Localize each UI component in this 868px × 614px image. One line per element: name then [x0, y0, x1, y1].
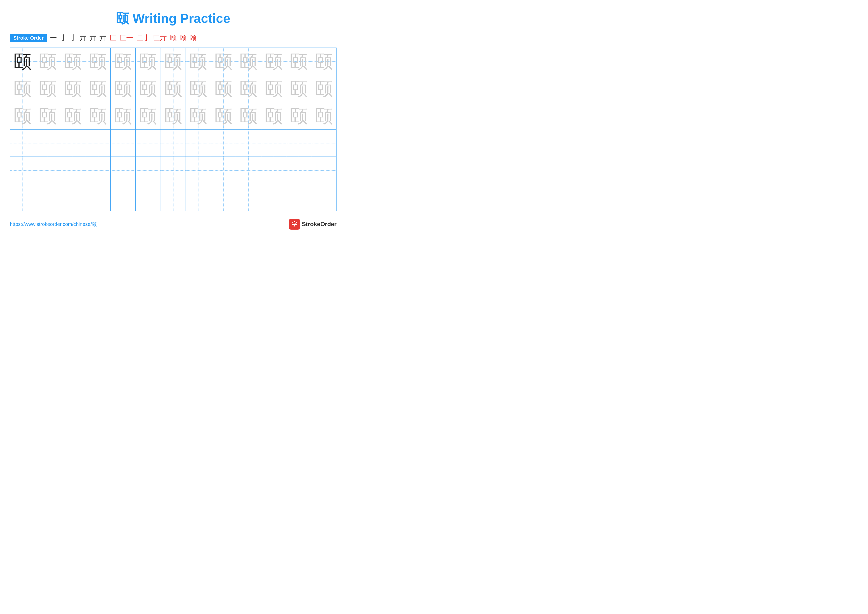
stroke-step-8: 匚一 — [119, 33, 133, 43]
grid-cell: 颐 — [161, 75, 186, 102]
footer-url[interactable]: https://www.strokeorder.com/chinese/颐 — [10, 221, 97, 228]
stroke-step-11: 颐 — [170, 33, 177, 43]
grid-cell[interactable] — [311, 157, 336, 184]
grid-cell[interactable] — [211, 129, 236, 157]
stroke-step-9: 匚亅 — [136, 33, 150, 43]
grid-cell[interactable] — [85, 129, 110, 157]
grid-cell: 颐 — [211, 48, 236, 75]
grid-cell: 颐 — [85, 75, 110, 102]
grid-cell[interactable] — [261, 129, 286, 157]
grid-row-5 — [10, 157, 336, 184]
grid-cell: 颐 — [60, 75, 85, 102]
grid-cell[interactable] — [60, 157, 85, 184]
grid-cell[interactable] — [10, 157, 35, 184]
stroke-step-3: 亅 — [70, 33, 77, 43]
stroke-step-13: 颐 — [189, 33, 197, 43]
grid-cell[interactable] — [286, 157, 311, 184]
grid-cell[interactable] — [261, 157, 286, 184]
grid-cell[interactable] — [60, 184, 85, 211]
stroke-step-2: 亅 — [60, 33, 67, 43]
grid-cell: 颐 — [10, 48, 35, 75]
grid-cell: 颐 — [261, 48, 286, 75]
grid-cell[interactable] — [35, 184, 60, 211]
grid-cell[interactable] — [211, 157, 236, 184]
stroke-step-12: 颐 — [180, 33, 186, 43]
grid-cell[interactable] — [311, 184, 336, 211]
grid-cell: 颐 — [136, 75, 161, 102]
grid-row-4 — [10, 129, 336, 157]
grid-cell: 颐 — [136, 102, 161, 129]
footer: https://www.strokeorder.com/chinese/颐 字 … — [10, 219, 336, 230]
grid-cell: 颐 — [211, 75, 236, 102]
grid-cell: 颐 — [261, 75, 286, 102]
grid-cell[interactable] — [85, 184, 110, 211]
grid-cell: 颐 — [211, 102, 236, 129]
grid-cell: 颐 — [286, 48, 311, 75]
grid-cell: 颐 — [286, 102, 311, 129]
grid-cell[interactable] — [110, 184, 135, 211]
grid-cell[interactable] — [286, 184, 311, 211]
grid-row-3: 颐 颐 颐 颐 颐 颐 颐 颐 颐 颐 颐 颐 颐 — [10, 102, 336, 129]
grid-cell: 颐 — [110, 102, 135, 129]
grid-cell[interactable] — [236, 184, 261, 211]
grid-cell[interactable] — [186, 184, 211, 211]
grid-cell[interactable] — [311, 129, 336, 157]
footer-brand-name: StrokeOrder — [302, 221, 336, 228]
grid-cell: 颐 — [136, 48, 161, 75]
stroke-step-1: 一 — [50, 33, 57, 43]
grid-cell: 颐 — [110, 48, 135, 75]
grid-cell[interactable] — [186, 157, 211, 184]
grid-cell: 颐 — [311, 48, 336, 75]
practice-grid: 颐 颐 颐 颐 颐 颐 颐 颐 颐 颐 颐 颐 颐 颐 颐 颐 颐 颐 颐 颐 … — [10, 48, 336, 211]
grid-cell: 颐 — [286, 75, 311, 102]
grid-cell: 颐 — [186, 48, 211, 75]
grid-cell: 颐 — [236, 75, 261, 102]
grid-cell: 颐 — [236, 48, 261, 75]
grid-cell[interactable] — [60, 129, 85, 157]
grid-cell[interactable] — [10, 129, 35, 157]
grid-cell[interactable] — [286, 129, 311, 157]
grid-cell[interactable] — [136, 184, 161, 211]
grid-cell[interactable] — [35, 129, 60, 157]
grid-cell[interactable] — [211, 184, 236, 211]
grid-cell[interactable] — [261, 184, 286, 211]
grid-cell: 颐 — [85, 48, 110, 75]
grid-cell[interactable] — [236, 129, 261, 157]
grid-cell[interactable] — [161, 129, 186, 157]
grid-cell[interactable] — [236, 157, 261, 184]
grid-cell[interactable] — [136, 129, 161, 157]
grid-cell[interactable] — [35, 157, 60, 184]
grid-cell: 颐 — [236, 102, 261, 129]
grid-cell[interactable] — [136, 157, 161, 184]
grid-cell[interactable] — [161, 157, 186, 184]
grid-cell[interactable] — [110, 129, 135, 157]
stroke-step-7: 匚 — [109, 33, 116, 43]
footer-brand: 字 StrokeOrder — [289, 219, 336, 230]
grid-cell: 颐 — [186, 75, 211, 102]
stroke-step-10: 匚亓 — [153, 33, 167, 43]
grid-cell: 颐 — [60, 48, 85, 75]
grid-cell: 颐 — [85, 102, 110, 129]
grid-cell[interactable] — [110, 157, 135, 184]
grid-cell[interactable] — [10, 184, 35, 211]
grid-cell: 颐 — [10, 75, 35, 102]
grid-cell: 颐 — [60, 102, 85, 129]
grid-cell: 颐 — [161, 102, 186, 129]
grid-cell[interactable] — [85, 157, 110, 184]
footer-logo-icon: 字 — [289, 219, 300, 230]
grid-cell: 颐 — [110, 75, 135, 102]
grid-cell: 颐 — [35, 48, 60, 75]
grid-cell[interactable] — [186, 129, 211, 157]
stroke-step-5: 亓 — [90, 33, 96, 43]
grid-row-2: 颐 颐 颐 颐 颐 颐 颐 颐 颐 颐 颐 颐 颐 — [10, 75, 336, 102]
grid-cell: 颐 — [35, 75, 60, 102]
grid-cell[interactable] — [161, 184, 186, 211]
grid-cell: 颐 — [10, 102, 35, 129]
stroke-order-row: Stroke Order 一 亅 亅 亓 亓 亓 匚 匚一 匚亅 匚亓 颐 颐 … — [10, 33, 336, 43]
stroke-step-4: 亓 — [80, 33, 87, 43]
grid-cell: 颐 — [35, 102, 60, 129]
grid-cell: 颐 — [311, 75, 336, 102]
grid-cell: 颐 — [261, 102, 286, 129]
stroke-step-6: 亓 — [99, 33, 106, 43]
grid-cell: 颐 — [311, 102, 336, 129]
